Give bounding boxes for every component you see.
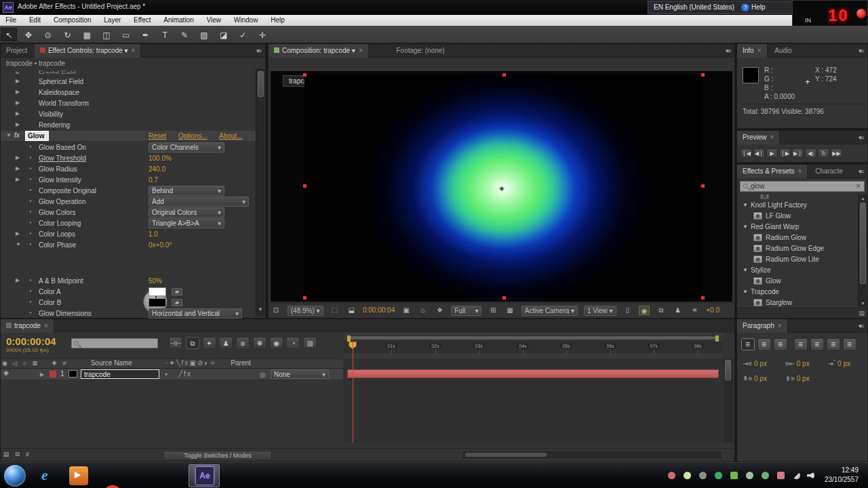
network-icon[interactable] [793, 472, 800, 479]
layer-anchor-icon[interactable]: ◈ [499, 184, 505, 192]
fast-previews-icon[interactable]: ◉ [639, 306, 650, 315]
draft-3d-icon[interactable]: ✦ [203, 337, 216, 349]
view-layout-dropdown[interactable]: 1 View [584, 306, 616, 316]
tray-icon[interactable] [730, 472, 738, 479]
expander-icon[interactable]: ▶ [16, 230, 20, 237]
menu-window[interactable]: Window [229, 15, 264, 25]
timeline-ruler-zone[interactable]: 01s 02s 03s 04s 05s 06s 07s 08s [343, 333, 723, 359]
tree-effect[interactable]: ▦LF Glow [737, 211, 857, 222]
tab-info[interactable]: Info [737, 44, 768, 58]
pixel-aspect-icon[interactable]: ▯ [622, 306, 633, 315]
magnification-dropdown[interactable]: (48.9%) [288, 306, 323, 316]
fx-badge-icon[interactable] [14, 131, 20, 139]
start-button[interactable] [4, 465, 26, 487]
label-column-icon[interactable]: ❖ [50, 360, 58, 367]
tray-icon[interactable] [777, 472, 785, 479]
track-area[interactable] [343, 359, 723, 443]
align-right-button[interactable] [774, 338, 787, 350]
justify-last-right-button[interactable] [827, 338, 840, 350]
tray-icon[interactable] [715, 472, 722, 479]
stopwatch-icon[interactable] [28, 208, 32, 216]
video-column-icon[interactable]: ◉ [1, 360, 9, 367]
panel-menu-icon[interactable] [254, 47, 263, 55]
expander-icon[interactable]: ▶ [16, 155, 20, 161]
expander-icon[interactable]: ▶ [16, 165, 20, 171]
about-link[interactable]: About... [219, 132, 242, 140]
stopwatch-icon[interactable] [28, 197, 32, 205]
reset-link[interactable]: Reset [149, 132, 166, 140]
tree-effect[interactable]: ▦Radium Glow Edge [737, 243, 857, 254]
play-icon[interactable]: ▶ [766, 148, 778, 158]
tree-folder[interactable]: ▼Stylize [737, 265, 857, 276]
effects-search-input[interactable]: glow ✕ [740, 181, 865, 192]
stopwatch-icon[interactable] [28, 287, 32, 295]
switches-column-icons[interactable]: ◦✦╲fx▣⊘◐✧ [165, 359, 217, 367]
twirl-icon[interactable]: ▼ [743, 289, 748, 295]
glow-effect-name[interactable]: Glow [25, 131, 49, 141]
motion-blur-icon[interactable]: ❋ [253, 337, 267, 349]
tab-preview[interactable]: Preview [737, 131, 780, 144]
tab-timeline-trapcode[interactable]: trapcode [1, 319, 54, 333]
stopwatch-icon[interactable] [28, 143, 32, 150]
internet-explorer-icon[interactable]: e [35, 466, 54, 485]
ab-midpoint-value[interactable]: 50% [149, 277, 162, 285]
work-area-end-handle[interactable] [715, 336, 719, 342]
record-button-icon[interactable] [856, 9, 866, 18]
composition-frame[interactable]: ◈ [304, 75, 703, 298]
selection-tool-icon[interactable]: ↖ [1, 28, 17, 41]
expander-icon[interactable]: ▶ [16, 100, 20, 106]
twirl-icon[interactable]: ▼ [743, 202, 748, 208]
stopwatch-icon[interactable] [28, 165, 32, 172]
color-looping-dropdown[interactable]: Triangle A>B>A [149, 218, 224, 228]
stopwatch-icon[interactable] [28, 309, 32, 317]
current-time-display[interactable]: 0:00:00:04 [363, 306, 395, 314]
expander-icon[interactable]: ▼ [6, 132, 12, 138]
volume-icon[interactable] [807, 472, 814, 479]
tray-icon[interactable] [762, 472, 769, 479]
justify-last-left-button[interactable] [794, 338, 808, 350]
selection-handle[interactable] [701, 73, 705, 77]
selection-handle[interactable] [502, 73, 506, 77]
layer-row[interactable]: ◉ ▶ 1 trapcode ▾ ╱fx ◎ None [1, 369, 343, 380]
composition-viewer[interactable]: trapcode ◈ [271, 71, 732, 302]
tray-icon[interactable] [746, 472, 753, 479]
comp-flowchart-icon[interactable]: ♟ [673, 306, 684, 315]
brainstorm-icon[interactable]: ◉ [270, 337, 283, 349]
stopwatch-icon[interactable] [28, 277, 32, 284]
help-label[interactable]: Help [751, 3, 766, 11]
close-icon[interactable] [774, 322, 782, 329]
selection-handle[interactable] [701, 184, 705, 188]
eyedropper-icon[interactable]: ▰ [172, 299, 182, 306]
panel-menu-icon[interactable] [856, 167, 865, 176]
last-frame-icon[interactable]: ▶❘ [792, 148, 804, 158]
expander-icon[interactable]: ▶ [16, 176, 20, 182]
effect-group-row[interactable]: ▶Visibility [1, 109, 256, 120]
tab-effect-controls[interactable]: Effect Controls: trapcode [35, 44, 142, 58]
clear-search-icon[interactable]: ✕ [856, 182, 861, 191]
indent-first-line-field[interactable]: ⇥‾ 0 px [828, 360, 866, 367]
always-preview-icon[interactable]: ⊡ [271, 306, 281, 315]
camera-tool-icon[interactable]: ▦ [79, 28, 95, 42]
new-folder-icon[interactable]: ▤ [859, 310, 865, 317]
frame-blending-icon[interactable]: ⧈ [236, 337, 250, 349]
stopwatch-icon[interactable] [28, 298, 32, 306]
chevron-down-icon[interactable] [125, 47, 128, 54]
effect-group-row[interactable]: ▶Fractal Field [1, 68, 256, 74]
after-effects-taskbar-slot[interactable]: Ae [189, 464, 220, 487]
effects-scrollbar[interactable]: ▲ ▼ [858, 195, 867, 307]
tab-effects-presets[interactable]: Effects & Presets [737, 165, 808, 178]
menu-file[interactable]: File [0, 15, 22, 25]
graph-editor-icon[interactable]: ▥ [303, 337, 317, 349]
glow-radius-value[interactable]: 240.0 [149, 165, 165, 173]
loop-icon[interactable]: ↻ [818, 148, 829, 158]
close-icon[interactable] [754, 47, 762, 54]
media-player-icon[interactable] [69, 466, 88, 485]
show-snapshot-icon[interactable]: ♨ [418, 306, 429, 315]
stopwatch-icon[interactable] [28, 186, 32, 194]
help-icon[interactable]: ? [741, 3, 749, 12]
live-update-icon[interactable]: ⧉ [186, 337, 199, 349]
expander-icon[interactable]: ▶ [16, 78, 20, 84]
tab-character[interactable]: Characte [810, 165, 848, 178]
expander-icon[interactable]: ▼ [16, 241, 21, 247]
tray-icon[interactable] [668, 472, 675, 479]
